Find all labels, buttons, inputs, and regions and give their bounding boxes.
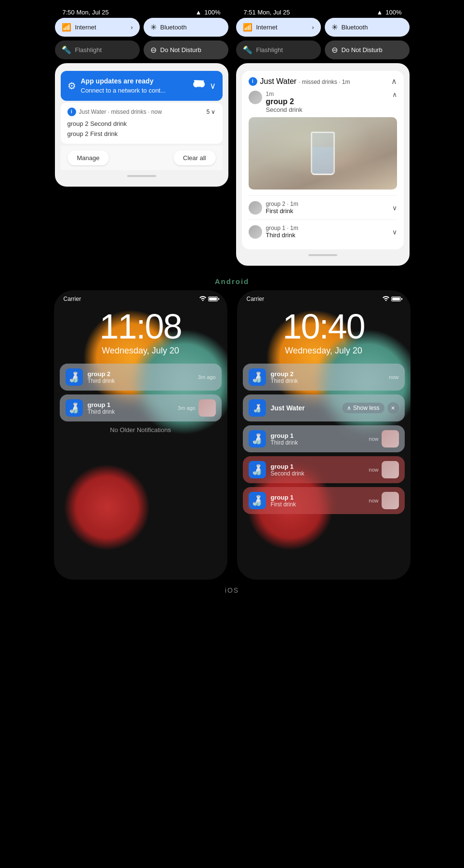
bottle-icon-top: 🍶 [251, 371, 263, 383]
bottle-icon-jw-1: 🍶 [251, 464, 263, 475]
exp-collapsed-left-3: group 1 · 1m Third drink [249, 225, 298, 239]
ios-left-time: 11:08 [54, 309, 227, 344]
exp-collapsed-left-2: group 2 · 1m First drink [249, 201, 298, 215]
flashlight-tile[interactable]: 🔦 Flashlight [55, 41, 140, 59]
exp-sub-header-left-1: 1m group 2 Second drink [249, 91, 303, 113]
ios-battery-fill [209, 298, 217, 300]
bluetooth-tile[interactable]: ✳ Bluetooth [144, 18, 228, 37]
ios-left-notif-1[interactable]: 🍶 group 2 Third drink 3m ago [60, 364, 222, 391]
ios-right-phone: Carrier 10:40 Wednesday, July 20 [237, 290, 411, 580]
ios-wifi-icon [199, 295, 206, 302]
flashlight-tile-r[interactable]: 🔦 Flashlight [236, 41, 321, 59]
exp-sub-notif-1[interactable]: 1m group 2 Second drink ∧ [249, 91, 397, 190]
ios-left-time-area: 11:08 Wednesday, July 20 [54, 309, 227, 356]
expand-btn[interactable]: ∨ [210, 81, 216, 91]
ios-jw-item-2[interactable]: 🍶 group 1 First drink now [243, 487, 405, 514]
ios-jw-item-0[interactable]: 🍶 group 1 Third drink now [243, 425, 405, 452]
glass-water [312, 147, 333, 174]
flashlight-icon: 🔦 [62, 45, 71, 54]
close-group-button[interactable]: × [387, 402, 399, 414]
android-right-frame: i Just Water · missed drinks · 1m ∧ [236, 63, 410, 266]
collapse-icon[interactable]: ∧ [391, 77, 397, 86]
bottle-icon-jw-0: 🍶 [251, 433, 263, 445]
ios-label: iOS [225, 580, 239, 597]
ios-jw-item-icon-2: 🍶 [249, 492, 266, 509]
ios-jw-item-1[interactable]: 🍶 group 1 Second drink now [243, 456, 405, 483]
bluetooth-tile-r[interactable]: ✳ Bluetooth [325, 18, 410, 37]
notif-actions: Manage Clear all [61, 146, 223, 170]
clear-all-button[interactable]: Clear all [173, 150, 216, 165]
exp-time-1: 1m [266, 91, 303, 97]
ios-left-notif-2[interactable]: 🍶 group 1 Third drink 3m ago [60, 394, 222, 421]
bluetooth-icon-r: ✳ [331, 23, 338, 32]
android-left-frame: ⚙ App updates are ready Connect to a net… [55, 63, 228, 187]
jw-notif[interactable]: i Just Water · missed drinks · now 5 ∨ g… [61, 103, 223, 144]
android-right-status-bar: 7:51 Mon, Jul 25 ▲ 100% [236, 5, 410, 18]
ios-right-status-bar: Carrier [237, 290, 411, 304]
wifi-qs-icon-r: 📶 [243, 23, 252, 32]
android-left-qs-row1: 📶 Internet › ✳ Bluetooth [55, 18, 228, 37]
ios-right-top-drink: Third drink [271, 378, 384, 384]
ios-jw-item-time-2: now [369, 498, 378, 503]
show-less-button[interactable]: ∧ Show less [342, 403, 384, 413]
ios-jw-icon: 🍶 [249, 399, 266, 417]
dnd-tile[interactable]: ⊖ Do Not Disturb [144, 41, 228, 59]
ios-right-top-group: group 2 [271, 370, 384, 378]
expand-sub-icon-1[interactable]: ∧ [392, 91, 397, 98]
internet-tile[interactable]: 📶 Internet › [55, 18, 140, 37]
exp-header-left: i Just Water · missed drinks · 1m [249, 77, 350, 86]
ios-jw-thumb-1 [382, 461, 399, 478]
expand-sub-icon-3[interactable]: ∨ [392, 228, 397, 236]
user-avatar-3 [249, 225, 262, 239]
app-update-notif[interactable]: ⚙ App updates are ready Connect to a net… [61, 71, 223, 101]
exp-collapsed-text-2: group 2 · 1m First drink [266, 201, 298, 215]
bottle-icon-1: 🍶 [68, 371, 80, 383]
exp-group-1: group 2 [266, 97, 303, 106]
show-less-label: Show less [353, 405, 380, 411]
exp-drink-1: Second drink [266, 106, 303, 113]
exp-image-inner [249, 117, 397, 190]
dnd-tile-r[interactable]: ⊖ Do Not Disturb [325, 41, 410, 59]
ios-left-notif-group-2: group 1 [88, 401, 173, 408]
exp-sub-notif-3[interactable]: group 1 · 1m Third drink ∨ [249, 219, 397, 244]
ios-right-time-area: 10:40 Wednesday, July 20 [237, 309, 411, 356]
ios-left-battery [208, 297, 218, 301]
ios-notif-thumb-2 [199, 399, 216, 417]
ios-right-top-notif[interactable]: 🍶 group 2 Third drink now [243, 364, 405, 391]
ios-right-notifs: 🍶 group 2 Third drink now 🍶 Just Water [237, 356, 411, 514]
user-avatar-1 [249, 91, 262, 104]
exp-sub-text-1: 1m group 2 Second drink [266, 91, 303, 113]
dnd-icon: ⊖ [150, 45, 157, 54]
android-left-status-right: ▲ 100% [195, 9, 220, 16]
wifi-icon-r: ▲ [376, 9, 383, 16]
ios-left-notif-group-1: group 2 [88, 370, 193, 378]
ios-wifi-icon-r [383, 295, 389, 302]
ios-bg-red [64, 464, 150, 551]
exp-meta-text: missed drinks · 1m [302, 79, 350, 85]
ios-left-notif-drink-2: Third drink [88, 408, 173, 415]
jw-app-name: Just Water [79, 108, 106, 115]
ios-right-top-time: now [389, 374, 398, 380]
android-right-qs-row1: 📶 Internet › ✳ Bluetooth [236, 18, 410, 37]
ios-right-battery-fill [392, 298, 400, 300]
ios-right-carrier: Carrier [247, 296, 265, 302]
ios-jw-group-header: 🍶 Just Water ∧ Show less × [243, 394, 405, 421]
flashlight-icon-r: 🔦 [243, 45, 252, 54]
jw-count: 5 ∨ [206, 108, 215, 115]
ios-left-notif-time-2: 3m ago [178, 405, 196, 411]
ios-right-time: 10:40 [237, 309, 411, 344]
jw-item-1: group 2 Second drink [67, 119, 216, 129]
expand-sub-icon-2[interactable]: ∨ [392, 204, 397, 212]
expanded-notif-card: i Just Water · missed drinks · 1m ∧ [242, 71, 404, 249]
glass-shape [311, 132, 335, 175]
manage-button[interactable]: Manage [67, 150, 109, 165]
flashlight-label: Flashlight [75, 46, 102, 54]
ios-notif-icon-2: 🍶 [66, 399, 83, 417]
ios-jw-thumb-2 [382, 492, 399, 509]
bottle-icon-jw-2: 🍶 [251, 495, 263, 506]
wifi-qs-icon: 📶 [62, 23, 71, 32]
arrow-icon: › [131, 24, 133, 31]
ios-jw-item-content-1: group 1 Second drink [271, 463, 364, 477]
internet-tile-r[interactable]: 📶 Internet › [236, 18, 321, 37]
exp-sub-notif-2[interactable]: group 2 · 1m First drink ∨ [249, 195, 397, 219]
